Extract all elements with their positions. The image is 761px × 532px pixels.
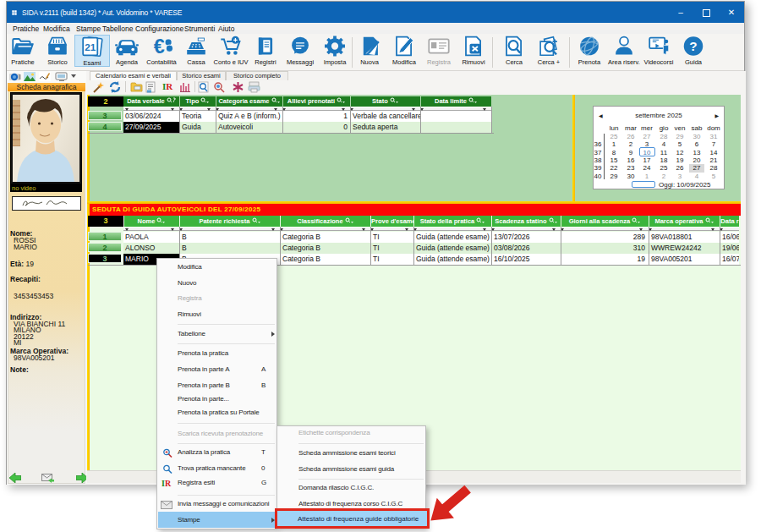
svg-text:21: 21 (85, 41, 96, 52)
svg-text:€: € (154, 36, 165, 58)
svg-text:?: ? (689, 39, 697, 53)
